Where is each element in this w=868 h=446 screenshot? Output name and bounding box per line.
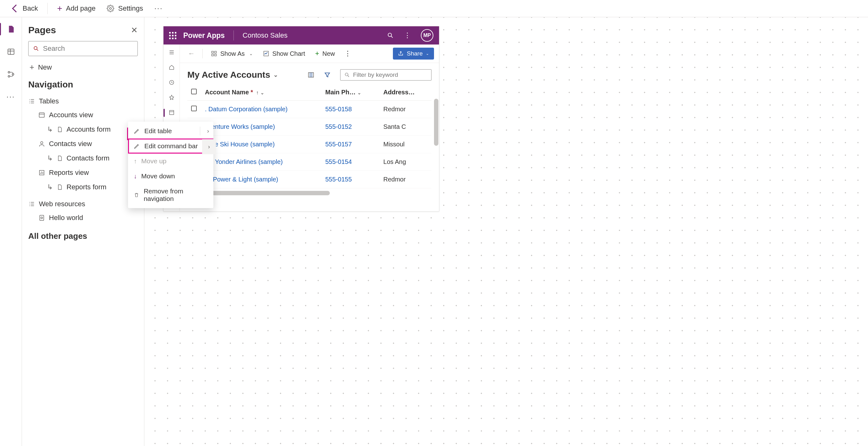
cmd-show-chart[interactable]: Show Chart	[259, 48, 309, 59]
app-title: Contoso Sales	[243, 31, 287, 39]
waffle-icon[interactable]	[169, 32, 176, 39]
table-row[interactable]: dventure Works (sample)555-0152Santa C	[187, 118, 432, 136]
cmd-show-as[interactable]: Show As ⌄	[207, 48, 257, 59]
chart-icon	[263, 50, 269, 57]
cell-addr: Redmor	[380, 171, 432, 188]
filter-input[interactable]	[353, 71, 427, 78]
rail-table-icon[interactable]	[7, 47, 16, 56]
rail-flow-icon[interactable]	[7, 70, 16, 79]
person-icon	[38, 140, 45, 147]
search-icon[interactable]	[387, 32, 394, 39]
row-checkbox[interactable]	[191, 106, 197, 111]
pages-search-box[interactable]	[28, 41, 138, 56]
pages-panel: Pages ✕ + New Navigation Tables Accounts…	[22, 17, 144, 446]
filter-icon[interactable]	[324, 71, 331, 78]
nav-group-tables[interactable]: Tables	[28, 95, 138, 108]
back-button[interactable]: Back	[9, 2, 42, 14]
grid-footer: Rows: 11	[180, 195, 439, 211]
filter-box[interactable]	[340, 69, 432, 80]
svg-rect-1	[8, 49, 14, 54]
select-all-checkbox[interactable]	[191, 89, 197, 94]
pages-new-button[interactable]: + New	[28, 61, 138, 74]
design-canvas: Power Apps Contoso Sales ⋮ MP ←	[144, 17, 868, 446]
col-account-name[interactable]: Account Name * ↑⌄	[201, 84, 322, 101]
svg-point-11	[388, 33, 392, 37]
cmd-new[interactable]: + New	[311, 48, 339, 60]
command-bar: ← Show As ⌄ Show Chart + New	[180, 44, 439, 63]
add-page-button[interactable]: + Add page	[53, 2, 100, 15]
tree-item-label: Reports view	[49, 169, 89, 177]
cell-phone[interactable]: 555-0155	[322, 171, 380, 188]
col-main-phone[interactable]: Main Ph…⌄	[322, 84, 380, 101]
tree-item-label: Hello world	[49, 214, 83, 222]
ctx-edit-command-bar-submenu[interactable]: ›	[202, 139, 216, 154]
share-button[interactable]: Share ⌄	[393, 48, 434, 60]
trash-icon	[134, 192, 140, 198]
cell-phone[interactable]: 555-0154	[322, 153, 380, 171]
back-label: Back	[23, 4, 38, 12]
home-icon[interactable]	[168, 64, 175, 71]
arrow-up-icon: ↑	[134, 158, 137, 165]
cell-phone[interactable]: 555-0152	[322, 118, 380, 136]
cell-name[interactable]: lue Yonder Airlines (sample)	[201, 153, 322, 171]
close-panel-button[interactable]: ✕	[131, 25, 138, 35]
tree-item-accounts-view[interactable]: Accounts view	[28, 108, 138, 122]
chevron-down-icon: ⌄	[426, 52, 429, 56]
tree-item-label: Accounts form	[66, 125, 111, 134]
pin-icon[interactable]	[168, 94, 175, 101]
svg-point-2	[8, 71, 9, 73]
tree-item-hello-world[interactable]: Hello world	[28, 211, 138, 225]
cell-name[interactable]: . Datum Corporation (sample)	[201, 101, 322, 118]
rail-more-icon[interactable]: ···	[7, 93, 16, 101]
col-label: Address…	[383, 89, 415, 96]
plus-icon: +	[30, 62, 34, 72]
hamburger-icon[interactable]	[168, 49, 175, 56]
cell-name[interactable]: ity Power & Light (sample)	[201, 171, 322, 188]
avatar[interactable]: MP	[421, 29, 433, 42]
toolbar-more-button[interactable]: ···	[150, 2, 167, 14]
search-icon	[344, 72, 350, 78]
chart-icon	[38, 169, 45, 176]
settings-button[interactable]: Settings	[102, 2, 148, 14]
table-row[interactable]: . Datum Corporation (sample)555-0158Redm…	[187, 101, 432, 118]
tree-item-label: Contacts form	[66, 154, 110, 162]
ctx-edit-table[interactable]: Edit table ›	[128, 124, 213, 139]
recent-icon[interactable]	[168, 79, 175, 86]
col-address[interactable]: Address…	[380, 84, 432, 101]
ctx-remove[interactable]: Remove from navigation	[128, 184, 213, 206]
table-row[interactable]: ity Power & Light (sample)555-0155Redmor	[187, 171, 432, 188]
table-row[interactable]: lue Yonder Airlines (sample)555-0154Los …	[187, 153, 432, 171]
table-row[interactable]: lpine Ski House (sample)555-0157Missoul	[187, 136, 432, 153]
cmd-label: Show As	[220, 50, 245, 57]
ctx-edit-command-bar[interactable]: Edit command bar	[128, 139, 213, 153]
rail-pages-icon[interactable]	[7, 25, 16, 34]
vertical-scrollbar[interactable]	[434, 99, 438, 146]
table-icon	[7, 48, 15, 56]
tree-item-reports-form[interactable]: ↳ Reports form	[28, 180, 138, 194]
tree-item-contacts-view[interactable]: Contacts view	[28, 137, 138, 151]
tree-item-contacts-form[interactable]: ↳ Contacts form	[28, 151, 138, 166]
cmd-more-button[interactable]: ⋮	[341, 49, 354, 58]
cell-name[interactable]: lpine Ski House (sample)	[201, 136, 322, 153]
header-more-button[interactable]: ⋮	[401, 31, 414, 39]
cmd-label: New	[322, 50, 335, 57]
tree-item-accounts-form[interactable]: ↳ Accounts form	[28, 122, 138, 137]
page-icon	[7, 25, 15, 33]
tree-item-reports-view[interactable]: Reports view	[28, 166, 138, 180]
pages-search-input[interactable]	[43, 44, 133, 53]
cmd-back-button[interactable]: ←	[185, 48, 198, 59]
svg-point-7	[40, 142, 43, 144]
cell-name[interactable]: dventure Works (sample)	[201, 118, 322, 136]
cell-phone[interactable]: 555-0158	[322, 101, 380, 118]
ctx-label: Move down	[141, 172, 175, 180]
view-title[interactable]: My Active Accounts ⌄	[187, 70, 278, 80]
nav-group-webresources[interactable]: Web resources	[28, 198, 138, 211]
horizontal-scrollbar[interactable]	[195, 191, 330, 195]
accounts-icon[interactable]	[168, 109, 175, 116]
grid-header-row: Account Name * ↑⌄ Main Ph…⌄ Address…	[187, 84, 432, 101]
cell-phone[interactable]: 555-0157	[322, 136, 380, 153]
arrow-down-icon: ↓	[134, 173, 137, 180]
share-icon	[398, 51, 404, 57]
edit-columns-icon[interactable]	[308, 71, 314, 78]
ctx-move-down[interactable]: ↓ Move down	[128, 169, 213, 184]
